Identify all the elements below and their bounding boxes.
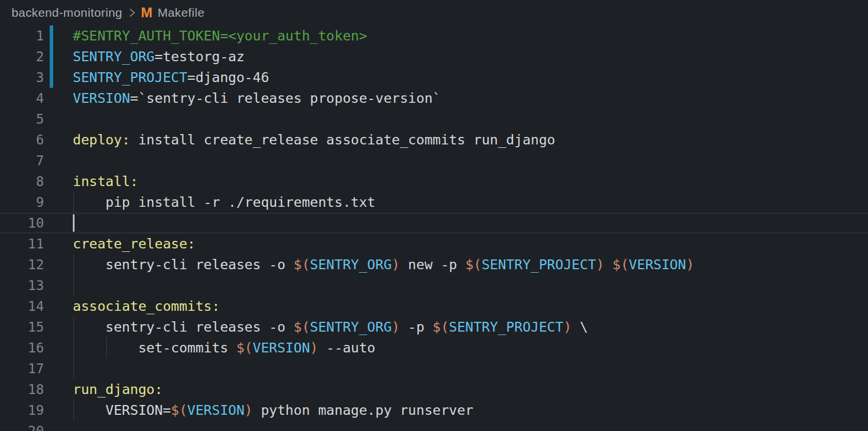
token-deref: ) — [596, 257, 604, 273]
code-text: pip install -r ./requirements.txt — [73, 192, 868, 213]
token-plain: new -p — [400, 257, 465, 273]
token-plain: set-commits — [138, 340, 236, 356]
code-text: SENTRY_PROJECT=django-46 — [73, 67, 868, 88]
line-number: 3 — [0, 67, 44, 88]
token-plain: =`sentry-cli releases propose-version` — [130, 90, 441, 106]
token-deref: ) — [686, 257, 694, 273]
code-text: install: — [73, 171, 868, 192]
token-variable: SENTRY_ORG — [310, 319, 391, 335]
code-line[interactable]: 12sentry-cli releases -o $(SENTRY_ORG) n… — [0, 254, 868, 275]
token-plain: pip install -r ./requirements.txt — [106, 194, 376, 210]
token-plain: \ — [572, 319, 588, 335]
token-variable: SENTRY_PROJECT — [481, 257, 596, 273]
breadcrumb: backend-monitoring M Makefile — [0, 0, 868, 25]
token-deref: ) — [563, 319, 572, 335]
code-line[interactable]: 16set-commits $(VERSION) --auto — [0, 337, 868, 358]
token-deref: $( — [294, 257, 310, 273]
code-text — [73, 150, 868, 171]
editor-lines[interactable]: 1#SENTRY_AUTH_TOKEN=<your_auth_token>2SE… — [0, 25, 868, 431]
token-deref: $( — [294, 319, 310, 335]
indent-guide — [73, 358, 74, 379]
code-line[interactable]: 10 — [0, 213, 868, 233]
token-comment: #SENTRY_AUTH_TOKEN=<your_auth_token> — [73, 28, 367, 44]
code-line[interactable]: 14associate_commits: — [0, 296, 868, 317]
code-line[interactable]: 9pip install -r ./requirements.txt — [0, 192, 868, 213]
token-plain: --auto — [318, 340, 375, 356]
token-variable: SENTRY_PROJECT — [73, 69, 187, 86]
token-deref: $( — [613, 257, 629, 273]
token-plain: sentry-cli releases -o — [106, 319, 294, 335]
code-text: associate_commits: — [73, 296, 868, 317]
code-line[interactable]: 7 — [0, 150, 868, 171]
line-number: 6 — [0, 129, 44, 150]
token-target: install: — [73, 173, 138, 190]
code-line[interactable]: 1#SENTRY_AUTH_TOKEN=<your_auth_token> — [0, 25, 868, 46]
line-number: 11 — [0, 233, 44, 254]
token-target: deploy: — [73, 132, 130, 148]
code-line[interactable]: 11create_release: — [0, 233, 868, 254]
token-deref: ) — [244, 402, 253, 418]
code-line[interactable]: 18run_django: — [0, 379, 868, 400]
code-text: create_release: — [73, 233, 868, 254]
indent-guide — [73, 192, 74, 213]
token-variable: VERSION — [629, 257, 686, 273]
line-number: 20 — [0, 421, 44, 431]
code-line[interactable]: 5 — [0, 109, 868, 129]
token-deref: ) — [392, 319, 400, 335]
token-target: create_release: — [73, 236, 195, 252]
code-text: SENTRY_ORG=testorg-az — [73, 46, 868, 67]
token-plain — [604, 257, 613, 273]
indent-guide — [73, 400, 74, 421]
code-text: deploy: install create_release associate… — [73, 129, 868, 150]
code-text: #SENTRY_AUTH_TOKEN=<your_auth_token> — [73, 25, 868, 46]
token-target: associate_commits: — [73, 298, 220, 314]
token-variable: SENTRY_ORG — [73, 49, 154, 65]
token-deref: $( — [171, 402, 187, 418]
code-line[interactable]: 3SENTRY_PROJECT=django-46 — [0, 67, 868, 88]
code-text: sentry-cli releases -o $(SENTRY_ORG) -p … — [73, 317, 868, 337]
token-variable: VERSION — [253, 340, 310, 356]
line-number: 18 — [0, 379, 44, 400]
code-text: sentry-cli releases -o $(SENTRY_ORG) new… — [73, 254, 868, 275]
code-text: VERSION=`sentry-cli releases propose-ver… — [73, 88, 868, 109]
token-deref: ) — [310, 340, 318, 356]
breadcrumb-file[interactable]: Makefile — [158, 6, 205, 20]
code-line[interactable]: 17 — [0, 358, 868, 379]
line-number: 7 — [0, 150, 44, 171]
token-plain: =testorg-az — [154, 49, 244, 65]
line-number: 2 — [0, 46, 44, 67]
indent-guide — [73, 275, 74, 296]
token-plain: python manage.py runserver — [253, 402, 473, 418]
token-variable: SENTRY_ORG — [310, 257, 391, 273]
token-variable: VERSION — [187, 402, 244, 418]
line-number: 5 — [0, 109, 44, 129]
indent-guide — [106, 337, 107, 358]
token-plain: -p — [400, 319, 433, 335]
token-variable: SENTRY_PROJECT — [449, 319, 563, 335]
line-number: 17 — [0, 358, 44, 379]
breadcrumb-folder[interactable]: backend-monitoring — [12, 6, 123, 20]
code-line[interactable]: 13 — [0, 275, 868, 296]
code-line[interactable]: 6deploy: install create_release associat… — [0, 129, 868, 150]
token-variable: VERSION — [73, 90, 130, 106]
code-line[interactable]: 20 — [0, 421, 868, 431]
code-line[interactable]: 15sentry-cli releases -o $(SENTRY_ORG) -… — [0, 317, 868, 337]
token-plain: VERSION= — [106, 402, 171, 418]
line-number: 16 — [0, 337, 44, 358]
code-line[interactable]: 19VERSION=$(VERSION) python manage.py ru… — [0, 400, 868, 421]
line-number: 1 — [0, 25, 44, 46]
code-line[interactable]: 4VERSION=`sentry-cli releases propose-ve… — [0, 88, 868, 109]
line-number: 8 — [0, 171, 44, 192]
line-number: 19 — [0, 400, 44, 421]
git-modified-indicator — [50, 25, 53, 46]
line-number: 9 — [0, 192, 44, 213]
code-line[interactable]: 8install: — [0, 171, 868, 192]
makefile-icon: M — [141, 6, 153, 20]
code-text — [73, 421, 868, 431]
code-line[interactable]: 2SENTRY_ORG=testorg-az — [0, 46, 868, 67]
line-number: 13 — [0, 275, 44, 296]
indent-guide — [73, 254, 74, 275]
code-text — [73, 358, 868, 379]
code-text: set-commits $(VERSION) --auto — [73, 337, 868, 358]
line-number: 12 — [0, 254, 44, 275]
